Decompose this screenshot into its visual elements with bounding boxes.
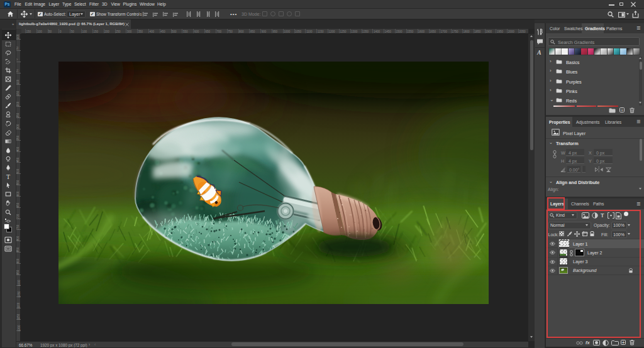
svg-text:T: T [6, 173, 10, 180]
